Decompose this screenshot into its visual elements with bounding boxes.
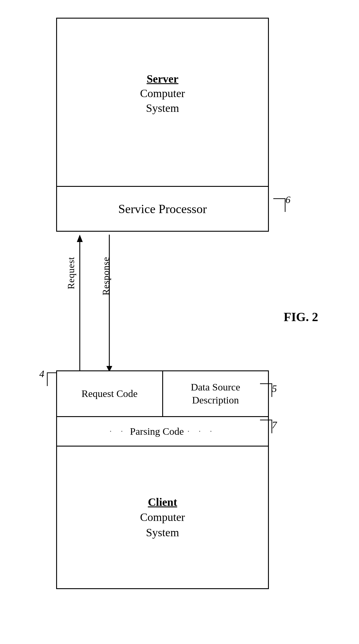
diagram: Server ComputerSystem Service Processor … bbox=[0, 0, 359, 644]
response-label: Response bbox=[100, 257, 111, 295]
data-source-cell: Data SourceDescription bbox=[163, 371, 268, 416]
label-6: 6 bbox=[272, 197, 288, 216]
server-label: Server ComputerSystem bbox=[57, 72, 268, 115]
server-bold-label: Server bbox=[57, 72, 268, 86]
request-code-cell: Request Code bbox=[57, 371, 163, 416]
fig-label: FIG. 2 bbox=[284, 310, 318, 324]
ref-4-label: 4 bbox=[39, 368, 44, 380]
svg-marker-1 bbox=[77, 235, 83, 242]
client-sublabel: ComputerSystem bbox=[140, 511, 185, 538]
arrows-svg bbox=[56, 232, 145, 373]
parsing-code-row: · · Parsing Code · · · bbox=[57, 417, 268, 447]
server-sublabel: ComputerSystem bbox=[140, 87, 185, 114]
ref-6-label: 6 bbox=[285, 194, 290, 205]
service-processor-label: Service Processor bbox=[118, 202, 207, 216]
client-inner-box: Client ComputerSystem bbox=[57, 447, 268, 588]
client-bold-label: Client bbox=[140, 495, 185, 510]
client-label: Client ComputerSystem bbox=[140, 495, 185, 540]
label-7: 7 bbox=[272, 419, 277, 431]
top-row: Request Code Data SourceDescription bbox=[57, 371, 268, 417]
server-box: Server ComputerSystem bbox=[56, 18, 269, 189]
client-outer-box: Request Code Data SourceDescription · · … bbox=[56, 370, 269, 589]
service-processor-bar: Service Processor bbox=[56, 186, 269, 232]
label-5: 5 bbox=[272, 382, 277, 395]
request-label: Request bbox=[66, 257, 77, 289]
